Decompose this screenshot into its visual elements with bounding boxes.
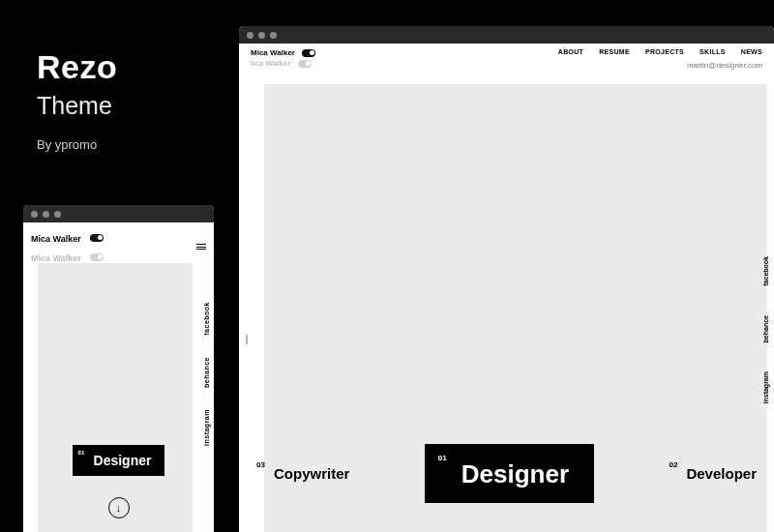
- nav-link-news[interactable]: NEWS: [741, 48, 762, 55]
- role-badge-main[interactable]: 01 Designer: [73, 445, 165, 476]
- traffic-dot-icon: [43, 211, 49, 218]
- preview-window-mobile: Mica Walker Mica Walker facebook behance…: [23, 205, 214, 532]
- nav-link-resume[interactable]: RESUME: [599, 48, 630, 55]
- nav-link-skills[interactable]: SKILLS: [700, 48, 726, 55]
- role-label: Developer: [686, 465, 757, 482]
- site-name-ghost: lica Walker: [251, 59, 291, 68]
- traffic-dot-icon: [247, 32, 253, 39]
- brand-title: Rezo: [37, 48, 117, 86]
- window-titlebar: [239, 26, 774, 44]
- hero-photo: [38, 263, 193, 532]
- role-badge-main[interactable]: 01 Designer: [425, 444, 594, 503]
- contact-email[interactable]: martin@designer.com: [687, 61, 762, 70]
- role-label: Copywriter: [274, 465, 349, 482]
- arrow-down-icon: ↓: [116, 502, 122, 514]
- role-label: Designer: [94, 453, 152, 468]
- traffic-dot-icon: [270, 32, 277, 39]
- role-number: 02: [669, 460, 677, 469]
- role-badge-right[interactable]: 02 Developer: [669, 465, 757, 482]
- nav-link-projects[interactable]: PROJECTS: [645, 48, 684, 55]
- preview-window-desktop: Mica Walker lica Walker ABOUT RESUME PRO…: [239, 26, 774, 532]
- theme-toggle-ghost: [90, 253, 104, 261]
- brand-author: By ypromo: [37, 137, 117, 152]
- role-number: 01: [438, 454, 447, 462]
- role-number: 01: [78, 450, 85, 456]
- site-name: Mica Walker: [251, 48, 295, 57]
- theme-toggle-ghost: [298, 60, 312, 68]
- site-name: Mica Walker: [31, 234, 81, 244]
- social-link-facebook[interactable]: facebook: [203, 302, 210, 336]
- hamburger-menu-icon[interactable]: [196, 244, 206, 250]
- social-link-behance[interactable]: behance: [762, 315, 769, 342]
- social-link-facebook[interactable]: facebook: [762, 256, 769, 286]
- social-link-instagram[interactable]: instagram: [762, 371, 769, 403]
- traffic-dot-icon: [54, 211, 61, 218]
- window-titlebar: [23, 205, 214, 222]
- theme-toggle[interactable]: [90, 234, 104, 242]
- social-link-instagram[interactable]: instagram: [203, 409, 210, 446]
- nav-link-about[interactable]: ABOUT: [558, 48, 583, 55]
- traffic-dot-icon: [31, 211, 38, 218]
- brand-subtitle: Theme: [37, 92, 117, 120]
- social-link-behance[interactable]: behance: [203, 357, 210, 388]
- scroll-down-button[interactable]: ↓: [108, 497, 130, 518]
- role-number: 03: [256, 460, 265, 469]
- role-label: Designer: [461, 459, 569, 488]
- theme-toggle[interactable]: [302, 49, 315, 57]
- traffic-dot-icon: [258, 32, 265, 39]
- site-name-ghost: Mica Walker: [31, 253, 81, 263]
- role-badge-left[interactable]: 03 Copywriter: [256, 465, 349, 482]
